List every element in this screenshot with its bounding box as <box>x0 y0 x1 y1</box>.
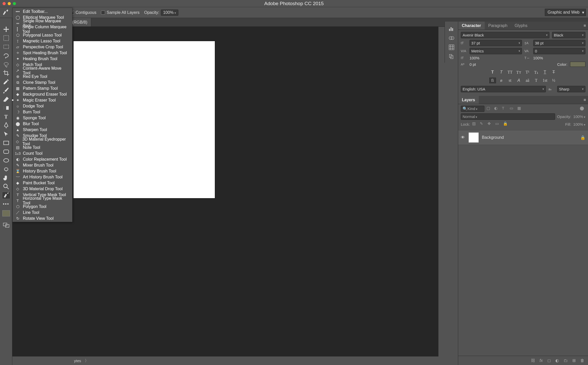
zoom-tool[interactable] <box>2 183 10 190</box>
filter-type-icon[interactable]: T <box>502 106 508 112</box>
flyout-item-3d-material-eyedropper-tool[interactable]: ◇3D Material Eyedropper Tool <box>13 139 72 144</box>
custom-shape-tool[interactable] <box>2 166 10 173</box>
gradient-tool[interactable] <box>2 104 10 112</box>
crop-tool[interactable] <box>2 69 10 77</box>
lasso-tool[interactable] <box>2 52 10 59</box>
antialias-select[interactable]: Sharp <box>557 86 585 92</box>
smallcaps-btn[interactable]: Tᴛ <box>516 69 522 75</box>
flyout-item-pattern-stamp-tool[interactable]: ▦Pattern Stamp Tool <box>13 85 72 91</box>
screen-mode-btn[interactable] <box>2 222 10 229</box>
rectangular-marquee-tool[interactable] <box>2 34 10 42</box>
flyout-item-color-replacement-tool[interactable]: ◐Color Replacement Tool <box>13 156 72 162</box>
kerning-select[interactable]: Metrics <box>470 48 522 54</box>
quick-selection-tool[interactable] <box>2 61 10 68</box>
hscale-value[interactable]: 100% <box>533 56 586 60</box>
ordinals-btn[interactable]: T <box>533 78 540 83</box>
flyout-item-magnetic-lasso-tool[interactable]: ⟟Magnetic Lasso Tool <box>13 38 72 44</box>
blend-mode-select[interactable]: Normal <box>461 113 555 120</box>
layer-name[interactable]: Background <box>482 135 504 140</box>
flyout-item-background-eraser-tool[interactable]: ◆Background Eraser Tool <box>13 91 72 97</box>
foreground-color-swatch[interactable] <box>2 210 10 216</box>
bold-btn[interactable]: T <box>489 69 496 75</box>
rounded-rectangle-tool[interactable] <box>2 148 10 155</box>
italic-btn[interactable]: T <box>498 69 505 75</box>
layer-row-background[interactable]: 👁 Background 🔒 <box>458 130 588 145</box>
fill-value[interactable]: 100% <box>573 122 585 126</box>
pen-tool[interactable] <box>2 122 10 129</box>
sample-all-checkbox[interactable] <box>101 11 105 15</box>
filter-adjustment-icon[interactable]: ◐ <box>494 106 500 112</box>
layer-opacity-value[interactable]: 100% <box>573 114 585 119</box>
flyout-item-mixer-brush-tool[interactable]: ✎Mixer Brush Tool <box>13 162 72 168</box>
flyout-item-rotate-view-tool[interactable]: ↻Rotate View Tool <box>13 215 72 221</box>
canvas[interactable] <box>74 41 215 198</box>
flyout-item-healing-brush-tool[interactable]: ✦Healing Brush Tool <box>13 56 72 62</box>
tab-character[interactable]: Character <box>458 22 485 30</box>
eyedropper-tool[interactable] <box>2 78 10 85</box>
hand-tool[interactable] <box>2 174 10 181</box>
path-selection-tool[interactable] <box>2 131 10 138</box>
flyout-item-content-aware-move-tool[interactable]: ↗Content-Aware Move Tool <box>13 68 72 74</box>
layer-mask-icon[interactable]: ◻ <box>547 358 551 363</box>
lock-artboard-icon[interactable]: ▭ <box>495 121 501 127</box>
close-window-button[interactable] <box>3 2 6 5</box>
layer-thumbnail[interactable] <box>468 132 479 143</box>
fractions-btn[interactable]: 1st <box>542 78 548 83</box>
filter-shape-icon[interactable]: ▭ <box>510 106 515 112</box>
swash-btn[interactable]: A <box>516 78 522 83</box>
layer-fx-icon[interactable]: fx <box>540 358 543 363</box>
flyout-item-spot-healing-brush-tool[interactable]: ✧Spot Healing Brush Tool <box>13 50 72 56</box>
language-select[interactable]: English: USA <box>461 86 546 92</box>
tab-glyphs[interactable]: Glyphs <box>511 22 531 30</box>
type-tool[interactable]: T <box>2 113 10 120</box>
layers-panel-menu-icon[interactable]: ≡ <box>582 96 588 104</box>
flyout-item-edit-toolbar[interactable]: •••Edit Toolbar... <box>13 8 72 14</box>
current-tool-icon[interactable] <box>2 9 9 16</box>
flyout-item-count-tool[interactable]: 1₂3Count Tool <box>13 150 72 156</box>
ligatures-btn[interactable]: fi <box>489 78 496 83</box>
leading-select[interactable]: 38 pt <box>533 40 586 46</box>
flyout-item-line-tool[interactable]: ／Line Tool <box>13 209 72 215</box>
status-arrow-icon[interactable]: 〉 <box>85 358 89 363</box>
baseline-value[interactable]: 0 pt <box>470 62 555 67</box>
lock-transparency-icon[interactable]: ▨ <box>472 121 478 127</box>
font-family-select[interactable]: Avenir Black <box>461 32 549 38</box>
underline-btn[interactable]: T <box>542 69 548 75</box>
adjustment-layer-icon[interactable]: ◐ <box>555 358 559 363</box>
flyout-item-dodge-tool[interactable]: ☼Dodge Tool <box>13 103 72 109</box>
swatches-icon[interactable] <box>448 35 455 41</box>
flyout-item-art-history-brush-tool[interactable]: 〰Art History Brush Tool <box>13 174 72 180</box>
marquee-tool-alt[interactable] <box>2 43 10 50</box>
contextual-btn[interactable]: ø <box>498 78 505 83</box>
tab-layers[interactable]: Layers <box>458 96 479 104</box>
flyout-item-sponge-tool[interactable]: ◉Sponge Tool <box>13 115 72 121</box>
fractions2-btn[interactable]: ½ <box>550 78 557 83</box>
new-layer-icon[interactable]: ⊞ <box>572 358 576 363</box>
magic-eraser-tool-btn[interactable] <box>2 192 10 199</box>
flyout-item-sharpen-tool[interactable]: ▲Sharpen Tool <box>13 127 72 133</box>
lock-all-icon[interactable]: 🔒 <box>503 121 509 127</box>
flyout-item-blur-tool[interactable]: ⬤Blur Tool <box>13 121 72 127</box>
flyout-item-single-column-marquee-tool[interactable]: ┇Single Column Marquee Tool <box>13 26 72 32</box>
edit-toolbar-btn[interactable]: ••• <box>2 200 10 208</box>
flyout-item-horizontal-type-mask-tool[interactable]: THorizontal Type Mask Tool <box>13 198 72 204</box>
flyout-item-clone-stamp-tool[interactable]: ⧉Clone Stamp Tool <box>13 79 72 85</box>
link-layers-icon[interactable]: ⛓ <box>531 358 535 363</box>
filter-toggle-icon[interactable]: ⬤ <box>580 106 585 112</box>
layer-group-icon[interactable]: 🗀 <box>564 358 568 363</box>
lock-image-icon[interactable]: ✎ <box>480 121 485 127</box>
brush-tool[interactable] <box>2 87 10 94</box>
flyout-item-history-brush-tool[interactable]: ⌛History Brush Tool <box>13 168 72 174</box>
flyout-item-perspective-crop-tool[interactable]: ▱Perspective Crop Tool <box>13 44 72 50</box>
flyout-item-paint-bucket-tool[interactable]: ◆Paint Bucket Tool <box>13 180 72 186</box>
workspace-selector[interactable]: Graphic and Web <box>545 9 586 16</box>
filter-image-icon[interactable]: ▢ <box>486 106 492 112</box>
stylistic-btn[interactable]: st <box>507 78 513 83</box>
layer-lock-icon[interactable]: 🔒 <box>580 135 585 140</box>
libraries-icon[interactable] <box>448 53 455 60</box>
flyout-item-burn-tool[interactable]: ☽Burn Tool <box>13 109 72 115</box>
text-color-swatch[interactable] <box>570 62 585 67</box>
allcaps-btn[interactable]: TT <box>507 69 513 75</box>
tab-paragraph[interactable]: Paragraph <box>485 22 511 30</box>
opacity-value[interactable]: 100% <box>161 10 178 16</box>
